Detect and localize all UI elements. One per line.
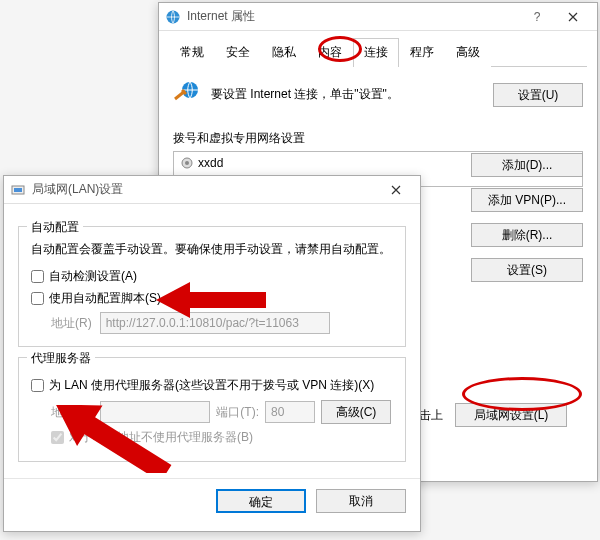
tab-security[interactable]: 安全 xyxy=(215,38,261,67)
help-button[interactable]: ? xyxy=(519,6,555,28)
proxy-use-label: 为 LAN 使用代理服务器(这些设置不用于拨号或 VPN 连接)(X) xyxy=(49,377,374,394)
tab-strip: 常规 安全 隐私 内容 连接 程序 高级 xyxy=(169,37,587,67)
bypass-local-checkbox xyxy=(51,431,64,444)
auto-config-legend: 自动配置 xyxy=(27,219,83,236)
proxy-group: 代理服务器 为 LAN 使用代理服务器(这些设置不用于拨号或 VPN 连接)(X… xyxy=(18,357,406,462)
add-button[interactable]: 添加(D)... xyxy=(471,153,583,177)
auto-detect-checkbox[interactable] xyxy=(31,270,44,283)
lan-footer: 确定 取消 xyxy=(4,478,420,523)
lan-dialog-icon xyxy=(10,182,26,198)
connection-wizard-icon xyxy=(173,79,201,110)
tab-advanced[interactable]: 高级 xyxy=(445,38,491,67)
proxy-address-label: 地址(E): xyxy=(51,404,94,421)
setup-button[interactable]: 设置(U) xyxy=(493,83,583,107)
bypass-local-row: 对于本地地址不使用代理服务器(B) xyxy=(51,429,393,446)
lan-close-button[interactable] xyxy=(378,179,414,201)
settings-button[interactable]: 设置(S) xyxy=(471,258,583,282)
ok-button[interactable]: 确定 xyxy=(216,489,306,513)
proxy-legend: 代理服务器 xyxy=(27,350,95,367)
svg-point-3 xyxy=(185,161,189,165)
lan-title: 局域网(LAN)设置 xyxy=(32,181,378,198)
internet-options-icon xyxy=(165,9,181,25)
lan-titlebar: 局域网(LAN)设置 xyxy=(4,176,420,204)
proxy-use-checkbox-row[interactable]: 为 LAN 使用代理服务器(这些设置不用于拨号或 VPN 连接)(X) xyxy=(31,377,393,394)
lan-note-visible: 击上 xyxy=(419,407,443,424)
close-button[interactable] xyxy=(555,6,591,28)
tab-general[interactable]: 常规 xyxy=(169,38,215,67)
setup-text: 要设置 Internet 连接，单击"设置"。 xyxy=(211,86,483,103)
dialup-section-label: 拨号和虚拟专用网络设置 xyxy=(173,130,583,147)
tab-privacy[interactable]: 隐私 xyxy=(261,38,307,67)
auto-config-desc: 自动配置会覆盖手动设置。要确保使用手动设置，请禁用自动配置。 xyxy=(31,241,393,258)
add-vpn-button[interactable]: 添加 VPN(P)... xyxy=(471,188,583,212)
tab-content[interactable]: 内容 xyxy=(307,38,353,67)
dialup-item-label: xxdd xyxy=(198,156,223,170)
auto-script-checkbox[interactable] xyxy=(31,292,44,305)
titlebar: Internet 属性 ? xyxy=(159,3,597,31)
delete-button[interactable]: 删除(R)... xyxy=(471,223,583,247)
script-address-input[interactable] xyxy=(100,312,330,334)
lan-settings-dialog: 局域网(LAN)设置 自动配置 自动配置会覆盖手动设置。要确保使用手动设置，请禁… xyxy=(3,175,421,532)
auto-script-checkbox-row[interactable]: 使用自动配置脚本(S) xyxy=(31,290,393,307)
proxy-port-label: 端口(T): xyxy=(216,404,259,421)
auto-detect-label: 自动检测设置(A) xyxy=(49,268,137,285)
auto-script-label: 使用自动配置脚本(S) xyxy=(49,290,161,307)
proxy-address-input[interactable] xyxy=(100,401,210,423)
lan-settings-button[interactable]: 局域网设置(L) xyxy=(455,403,567,427)
tab-connections[interactable]: 连接 xyxy=(353,38,399,67)
auto-detect-checkbox-row[interactable]: 自动检测设置(A) xyxy=(31,268,393,285)
tab-programs[interactable]: 程序 xyxy=(399,38,445,67)
bypass-local-label: 对于本地地址不使用代理服务器(B) xyxy=(69,429,253,446)
svg-rect-5 xyxy=(14,188,22,192)
script-address-label: 地址(R) xyxy=(51,315,92,332)
connection-icon xyxy=(180,156,194,170)
window-title: Internet 属性 xyxy=(187,8,519,25)
cancel-button[interactable]: 取消 xyxy=(316,489,406,513)
proxy-advanced-button[interactable]: 高级(C) xyxy=(321,400,391,424)
proxy-port-input[interactable] xyxy=(265,401,315,423)
auto-config-group: 自动配置 自动配置会覆盖手动设置。要确保使用手动设置，请禁用自动配置。 自动检测… xyxy=(18,226,406,347)
proxy-use-checkbox[interactable] xyxy=(31,379,44,392)
